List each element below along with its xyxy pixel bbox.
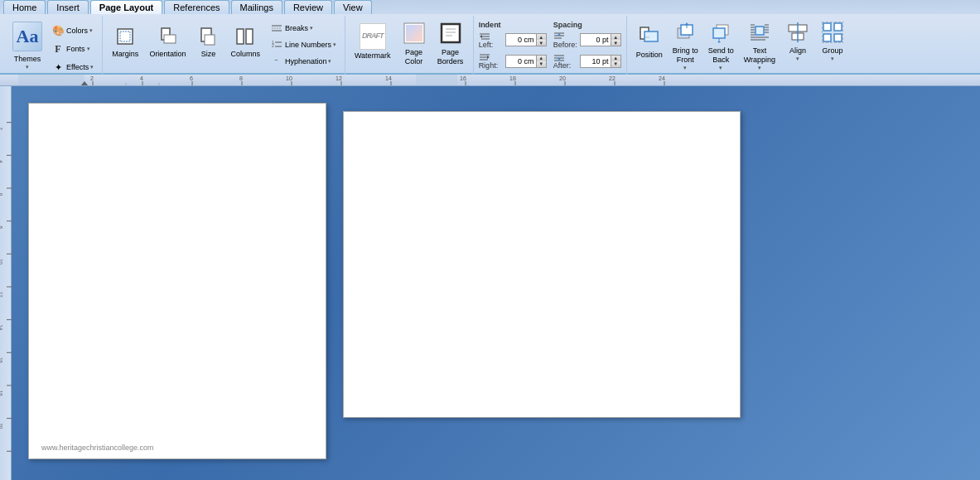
svg-rect-98: [0, 90, 11, 480]
size-label: Size: [201, 50, 216, 59]
indent-right-down-arrow[interactable]: ▼: [536, 61, 546, 67]
svg-rect-3: [164, 35, 176, 43]
page-color-button[interactable]: Page Color: [397, 17, 432, 69]
colors-button[interactable]: 🎨 Colors ▾: [48, 22, 97, 39]
svg-rect-48: [756, 27, 764, 35]
effects-button[interactable]: ✦ Effects ▾: [48, 59, 97, 75]
left-ruler: 2 4 6 8 10 12 14 16 18 20: [0, 86, 12, 480]
columns-label: Columns: [230, 50, 260, 59]
margins-icon: [113, 25, 137, 48]
indent-label: Indent: [479, 21, 547, 29]
tab-mailings[interactable]: Mailings: [231, 0, 282, 14]
position-icon: [637, 24, 662, 49]
breaks-label: Breaks: [285, 24, 308, 32]
tab-home[interactable]: Home: [3, 0, 46, 14]
spacing-before-spinbox[interactable]: ▲ ▼: [580, 33, 621, 46]
fonts-dropdown-arrow: ▾: [87, 46, 90, 52]
fonts-button[interactable]: F Fonts ▾: [48, 41, 97, 57]
page-color-label: Page Color: [405, 48, 423, 66]
svg-rect-63: [823, 23, 831, 31]
tab-page-layout[interactable]: Page Layout: [90, 0, 162, 14]
spacing-before-up-arrow[interactable]: ▲: [611, 34, 620, 40]
svg-text:20: 20: [559, 75, 566, 81]
group-label: Group: [823, 46, 843, 56]
spacing-after-down-arrow[interactable]: ▼: [611, 61, 620, 67]
position-label: Position: [636, 51, 663, 60]
text-wrapping-button[interactable]: Text Wrapping ▾: [740, 17, 780, 74]
position-button[interactable]: Position: [632, 17, 667, 65]
indent-right-up-arrow[interactable]: ▲: [536, 56, 546, 61]
colors-dropdown-arrow: ▾: [89, 27, 93, 34]
svg-text:4: 4: [140, 75, 143, 81]
line-numbers-icon: 1 2: [270, 38, 283, 51]
line-numbers-button[interactable]: 1 2 Line Numbers ▾: [267, 36, 340, 53]
page-left[interactable]: www.heritagechristiancollege.com: [28, 103, 326, 459]
tab-references[interactable]: References: [164, 0, 229, 14]
svg-text:18: 18: [509, 75, 516, 81]
columns-button[interactable]: Columns: [226, 17, 264, 65]
tab-insert[interactable]: Insert: [47, 0, 89, 14]
watermark-button[interactable]: DRAFT Watermark: [350, 17, 395, 65]
spacing-before-input[interactable]: [581, 34, 611, 46]
indent-left-input[interactable]: [506, 34, 536, 46]
watermark-icon: DRAFT: [360, 23, 386, 50]
svg-text:6: 6: [190, 75, 193, 81]
group-button[interactable]: Group ▾: [816, 17, 849, 65]
svg-text:2: 2: [0, 128, 3, 130]
themes-label: Themes: [14, 55, 41, 64]
svg-text:2: 2: [272, 43, 274, 48]
indent-right-row: Right: ▲ ▼: [479, 53, 547, 70]
svg-text:12: 12: [336, 75, 342, 81]
spacing-before-text: Before:: [553, 41, 577, 49]
svg-text:12: 12: [0, 292, 3, 298]
tab-view[interactable]: View: [334, 0, 372, 14]
spacing-after-row: After: ▲ ▼: [553, 53, 621, 70]
size-button[interactable]: Size: [192, 17, 224, 65]
colors-icon: 🎨: [51, 24, 65, 37]
svg-text:14: 14: [0, 325, 3, 331]
indent-left-up-arrow[interactable]: ▲: [536, 34, 546, 40]
align-button[interactable]: Align ▾: [781, 17, 814, 65]
orientation-label: Orientation: [149, 50, 186, 59]
indent-right-spinbox[interactable]: ▲ ▼: [505, 55, 547, 68]
indent-right-input[interactable]: [506, 56, 536, 67]
text-wrapping-icon: [747, 20, 772, 45]
svg-rect-16: [406, 25, 422, 41]
themes-button[interactable]: Aa Themes ▾: [8, 19, 46, 73]
tab-review[interactable]: Review: [284, 0, 332, 14]
svg-text:10: 10: [286, 75, 292, 81]
spacing-after-up-arrow[interactable]: ▲: [611, 56, 620, 61]
svg-marker-43: [685, 22, 688, 25]
svg-rect-70: [416, 75, 457, 86]
page-right[interactable]: [343, 111, 741, 418]
indent-left-label: Left:: [479, 32, 504, 49]
svg-rect-66: [834, 34, 842, 41]
breaks-button[interactable]: Breaks ▾: [267, 20, 340, 36]
indent-left-row: Left: ▲ ▼: [479, 32, 547, 49]
indent-left-spinbox[interactable]: ▲ ▼: [505, 33, 547, 46]
svg-rect-17: [442, 24, 460, 42]
margins-label: Margins: [112, 50, 138, 59]
indent-left-down-arrow[interactable]: ▼: [536, 40, 546, 46]
bring-to-front-button[interactable]: Bring to Front ▾: [669, 17, 702, 74]
effects-icon: ✦: [51, 61, 65, 74]
fonts-icon: F: [51, 42, 65, 56]
spacing-after-spinbox[interactable]: ▲ ▼: [580, 55, 621, 68]
margins-button[interactable]: Margins: [108, 17, 142, 65]
spacing-after-input[interactable]: [581, 56, 611, 67]
ruler-content: 2 4 6 8 10 12 14 16 18 20: [18, 75, 980, 85]
orientation-button[interactable]: Orientation: [145, 17, 190, 65]
spacing-after-label: After:: [553, 53, 578, 70]
page-borders-button[interactable]: Page Borders: [433, 17, 468, 69]
fonts-label: Fonts: [66, 45, 85, 53]
indent-left-text: Left:: [479, 41, 494, 49]
hyphenation-icon: ⁻: [270, 55, 283, 68]
hyphenation-button[interactable]: ⁻ Hyphenation ▾: [267, 53, 340, 70]
svg-rect-5: [205, 35, 215, 45]
colors-label: Colors: [66, 27, 88, 35]
svg-rect-6: [237, 29, 244, 44]
send-to-back-button[interactable]: Send to Back ▾: [704, 17, 738, 74]
spacing-before-down-arrow[interactable]: ▼: [611, 40, 620, 46]
size-icon: [196, 25, 220, 48]
svg-text:8: 8: [239, 75, 243, 81]
